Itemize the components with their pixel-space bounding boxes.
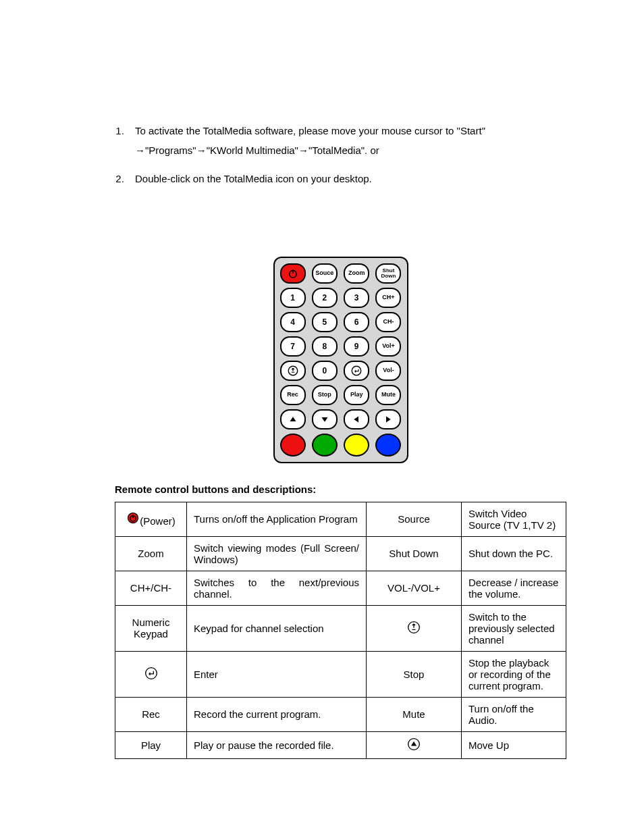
- rec-button: Rec: [280, 385, 306, 405]
- table-row: Zoom Switch viewing modes (Full Screen/ …: [115, 536, 566, 571]
- remote-figure: Souce Zoom Shut Down 1 2 3 CH+ 4 5 6 CH-…: [115, 257, 566, 463]
- cell-recall-desc: Switch to the previously selected channe…: [462, 605, 566, 651]
- cell-vol-desc: Decrease / increase the volume.: [462, 571, 566, 605]
- cell-ch-desc: Switches to the next/previous channel.: [187, 571, 367, 605]
- up-button: [280, 409, 306, 429]
- cell-source-label: Source: [367, 502, 462, 536]
- table-row: Numeric Keypad Keypad for channel select…: [115, 605, 566, 651]
- cell-shutdown-label: Shut Down: [367, 536, 462, 571]
- cell-zoom-desc: Switch viewing modes (Full Screen/ Windo…: [187, 536, 367, 571]
- svg-marker-6: [354, 416, 358, 422]
- triangle-right-icon: [382, 413, 394, 425]
- enter-icon: [350, 365, 363, 377]
- table-row: Enter Stop Stop the playback or recordin…: [115, 651, 566, 697]
- recall-icon: [407, 621, 421, 634]
- num-7-button: 7: [280, 336, 306, 357]
- power-icon: [287, 267, 299, 280]
- zoom-button: Zoom: [344, 263, 369, 284]
- instr1-part-d: "TotalMedia". or: [308, 145, 379, 156]
- section-heading: Remote control buttons and descriptions:: [115, 484, 566, 495]
- right-button: [375, 409, 401, 429]
- num-6-button: 6: [344, 312, 369, 332]
- cell-mute-label: Mute: [367, 697, 462, 731]
- cell-recall-icon: [367, 605, 462, 651]
- play-button: Play: [344, 385, 369, 405]
- svg-point-12: [145, 667, 157, 679]
- red-color-button: [280, 434, 306, 457]
- cell-enter-desc: Enter: [187, 651, 367, 697]
- blue-color-button: [375, 434, 401, 457]
- volminus-button: Vol-: [375, 361, 401, 381]
- instr1-part-a: To activate the TotalMedia software, ple…: [135, 125, 485, 136]
- stop-button: Stop: [312, 385, 338, 405]
- svg-marker-4: [290, 417, 296, 421]
- instructions-list: To activate the TotalMedia software, ple…: [115, 122, 566, 189]
- table-row: Rec Record the current program. Mute Tur…: [115, 697, 566, 731]
- arrow-icon: →: [196, 141, 207, 161]
- num-5-button: 5: [312, 312, 338, 332]
- power-icon: [126, 511, 140, 525]
- enter-icon: [144, 667, 158, 680]
- num-8-button: 8: [312, 336, 338, 357]
- instruction-1: To activate the TotalMedia software, ple…: [127, 122, 566, 160]
- cell-zoom-label: Zoom: [115, 536, 187, 571]
- description-table: (Power) Turns on/off the Application Pro…: [115, 502, 566, 759]
- svg-marker-14: [411, 741, 417, 746]
- power-text: (Power): [140, 515, 176, 527]
- arrow-icon: →: [135, 141, 145, 161]
- instruction-2: Double-click on the TotalMedia icon on y…: [127, 170, 566, 189]
- table-row: CH+/CH- Switches to the next/previous ch…: [115, 571, 566, 605]
- triangle-up-icon: [407, 737, 421, 751]
- cell-vol-label: VOL-/VOL+: [367, 571, 462, 605]
- chplus-button: CH+: [375, 288, 401, 308]
- table-row: Play Play or pause the recorded file. Mo…: [115, 731, 566, 758]
- num-3-button: 3: [344, 288, 369, 308]
- cell-enter-icon: [115, 651, 187, 697]
- instr2-text: Double-click on the TotalMedia icon on y…: [135, 173, 372, 184]
- svg-point-3: [352, 366, 361, 375]
- triangle-left-icon: [350, 413, 363, 425]
- cell-stop-label: Stop: [367, 651, 462, 697]
- power-button: [280, 263, 306, 284]
- enter-button: [344, 361, 369, 381]
- cell-mute-desc: Turn on/off the Audio.: [462, 697, 566, 731]
- cell-source-desc: Switch Video Source (TV 1,TV 2): [462, 502, 566, 536]
- recall-button: [280, 361, 306, 381]
- triangle-up-icon: [287, 413, 299, 425]
- num-9-button: 9: [344, 336, 369, 357]
- left-button: [344, 409, 369, 429]
- cell-ch-label: CH+/CH-: [115, 571, 187, 605]
- cell-play-label: Play: [115, 731, 187, 758]
- down-button: [312, 409, 338, 429]
- mute-button: Mute: [375, 385, 401, 405]
- cell-power-label: (Power): [115, 502, 187, 536]
- recall-icon: [287, 365, 299, 377]
- source-button: Souce: [312, 263, 338, 284]
- chminus-button: CH-: [375, 312, 401, 332]
- cell-keypad-desc: Keypad for channel selection: [187, 605, 367, 651]
- cell-shutdown-desc: Shut down the PC.: [462, 536, 566, 571]
- cell-up-icon: [367, 731, 462, 758]
- arrow-icon: →: [298, 141, 308, 161]
- green-color-button: [312, 434, 338, 457]
- volplus-button: Vol+: [375, 336, 401, 357]
- num-0-button: 0: [312, 361, 338, 381]
- cell-rec-desc: Record the current program.: [187, 697, 367, 731]
- num-4-button: 4: [280, 312, 306, 332]
- remote-body: Souce Zoom Shut Down 1 2 3 CH+ 4 5 6 CH-…: [273, 257, 408, 463]
- svg-marker-5: [321, 417, 327, 422]
- instr1-part-c: "KWorld Multimedia": [207, 145, 298, 156]
- instr1-part-b: "Programs": [145, 145, 196, 156]
- triangle-down-icon: [319, 413, 331, 425]
- cell-keypad-label: Numeric Keypad: [115, 605, 187, 651]
- cell-stop-desc: Stop the playback or recording of the cu…: [462, 651, 566, 697]
- svg-marker-7: [386, 416, 391, 422]
- cell-rec-label: Rec: [115, 697, 187, 731]
- num-2-button: 2: [312, 288, 338, 308]
- cell-play-desc: Play or pause the recorded file.: [187, 731, 367, 758]
- table-row: (Power) Turns on/off the Application Pro…: [115, 502, 566, 536]
- cell-up-desc: Move Up: [462, 731, 566, 758]
- yellow-color-button: [344, 434, 369, 457]
- cell-power-desc: Turns on/off the Application Program: [187, 502, 367, 536]
- shutdown-button: Shut Down: [375, 263, 401, 284]
